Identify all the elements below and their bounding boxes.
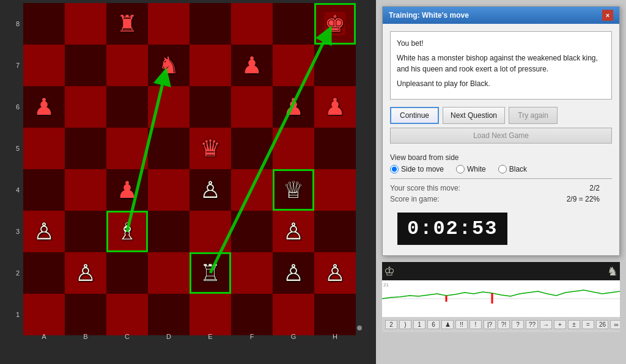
radio-white-input[interactable] — [456, 165, 465, 173]
square-f4[interactable] — [231, 169, 273, 211]
notation-btn-double-question[interactable]: ?? — [526, 320, 538, 329]
square-e1[interactable] — [190, 294, 231, 335]
square-f3[interactable] — [231, 211, 273, 252]
square-h4[interactable] — [314, 169, 356, 211]
square-h8[interactable]: ♚ — [314, 3, 356, 45]
square-b8[interactable] — [65, 3, 106, 45]
square-b4[interactable] — [65, 169, 106, 211]
square-c3[interactable]: ♗ — [106, 211, 148, 252]
chess-board[interactable]: ♜ ♚ ♞ ♟ ♟ ♟ ♟ — [23, 3, 356, 335]
square-e8[interactable] — [190, 3, 231, 45]
radio-black-input[interactable] — [498, 165, 507, 173]
square-g5[interactable] — [273, 128, 314, 169]
square-f8[interactable] — [231, 3, 273, 45]
square-c4[interactable]: ♟ — [106, 169, 148, 211]
score-move-value: 2/2 — [589, 184, 600, 192]
rank-4: 4 — [12, 169, 23, 211]
square-a3[interactable]: ♙ — [23, 211, 65, 252]
square-f6[interactable] — [231, 86, 273, 128]
square-c8[interactable]: ♜ — [106, 3, 148, 45]
square-a2[interactable] — [23, 252, 65, 294]
square-d1[interactable] — [148, 294, 190, 335]
notation-btn-questionmark-exclaim[interactable]: ?! — [498, 320, 510, 329]
square-c7[interactable] — [106, 45, 148, 86]
square-e5[interactable]: ♛ — [190, 128, 231, 169]
piece-e5: ♛ — [200, 137, 221, 160]
square-d4[interactable] — [148, 169, 190, 211]
notation-btn-infinity[interactable]: ∞ — [610, 320, 620, 329]
square-g1[interactable] — [273, 294, 314, 335]
square-e4[interactable]: ♙ — [190, 169, 231, 211]
square-h7[interactable] — [314, 45, 356, 86]
square-d2[interactable] — [148, 252, 190, 294]
radio-side-to-move[interactable]: Side to move — [390, 165, 444, 173]
square-d8[interactable] — [148, 3, 190, 45]
try-again-button[interactable]: Try again — [509, 107, 558, 124]
square-e6[interactable] — [190, 86, 231, 128]
corner-dot — [357, 326, 362, 330]
square-c5[interactable] — [106, 128, 148, 169]
square-b1[interactable] — [65, 294, 106, 335]
notation-btn-plus[interactable]: + — [554, 320, 566, 329]
notation-btn-6[interactable]: 6 — [427, 320, 440, 329]
radio-black[interactable]: Black — [498, 165, 527, 173]
square-d5[interactable] — [148, 128, 190, 169]
square-g3[interactable]: ♙ — [273, 211, 314, 252]
square-e7[interactable] — [190, 45, 231, 86]
radio-side-to-move-input[interactable] — [390, 165, 399, 173]
square-b2[interactable]: ♙ — [65, 252, 106, 294]
square-a7[interactable] — [23, 45, 65, 86]
notation-btn-pawn[interactable]: ♟ — [441, 320, 454, 329]
square-g6[interactable]: ♟ — [273, 86, 314, 128]
square-h2[interactable]: ♙ — [314, 252, 356, 294]
square-d7[interactable]: ♞ — [148, 45, 190, 86]
square-h6[interactable]: ♟ — [314, 86, 356, 128]
notation-btn-2[interactable]: 2 — [385, 320, 397, 329]
notation-btn-question[interactable]: ? — [512, 320, 524, 329]
square-h3[interactable] — [314, 211, 356, 252]
square-d6[interactable] — [148, 86, 190, 128]
square-b6[interactable] — [65, 86, 106, 128]
notation-btn-26[interactable]: 26 — [596, 320, 608, 329]
square-g8[interactable] — [273, 3, 314, 45]
notation-btn-1[interactable]: 1 — [413, 320, 425, 329]
square-g2[interactable]: ♙ — [273, 252, 314, 294]
square-f1[interactable] — [231, 294, 273, 335]
square-a5[interactable] — [23, 128, 65, 169]
load-next-game-button[interactable]: Load Next Game — [390, 128, 612, 144]
radio-white[interactable]: White — [456, 165, 486, 173]
notation-btn-equal[interactable]: = — [582, 320, 594, 329]
square-g7[interactable] — [273, 45, 314, 86]
square-g4[interactable]: ♕ — [273, 169, 314, 211]
square-a8[interactable] — [23, 3, 65, 45]
notation-btn-paren[interactable]: ) — [399, 320, 411, 329]
square-e3[interactable] — [190, 211, 231, 252]
square-b5[interactable] — [65, 128, 106, 169]
square-c1[interactable] — [106, 294, 148, 335]
notation-btn-arrow[interactable]: → — [540, 320, 552, 329]
square-c2[interactable] — [106, 252, 148, 294]
file-b: B — [65, 330, 106, 343]
square-f5[interactable] — [231, 128, 273, 169]
square-f2[interactable] — [231, 252, 273, 294]
rank-6: 6 — [12, 86, 23, 128]
square-c6[interactable] — [106, 86, 148, 128]
right-panel: Training: White's move × You bet! White … — [376, 0, 626, 364]
square-e2[interactable]: ♖ — [190, 252, 231, 294]
notation-btn-double-exclaim[interactable]: !! — [455, 320, 468, 329]
next-question-button[interactable]: Next Question — [443, 107, 505, 124]
square-a4[interactable] — [23, 169, 65, 211]
square-b3[interactable] — [65, 211, 106, 252]
continue-button[interactable]: Continue — [390, 107, 439, 124]
square-b7[interactable] — [65, 45, 106, 86]
notation-btn-pipe-question[interactable]: |? — [484, 320, 496, 329]
notation-btn-plusminus[interactable]: ± — [568, 320, 580, 329]
dialog-close-button[interactable]: × — [602, 10, 613, 21]
square-a6[interactable]: ♟ — [23, 86, 65, 128]
square-a1[interactable] — [23, 294, 65, 335]
square-h5[interactable] — [314, 128, 356, 169]
notation-btn-exclaim[interactable]: ! — [470, 320, 482, 329]
square-h1[interactable] — [314, 294, 356, 335]
square-f7[interactable]: ♟ — [231, 45, 273, 86]
square-d3[interactable] — [148, 211, 190, 252]
